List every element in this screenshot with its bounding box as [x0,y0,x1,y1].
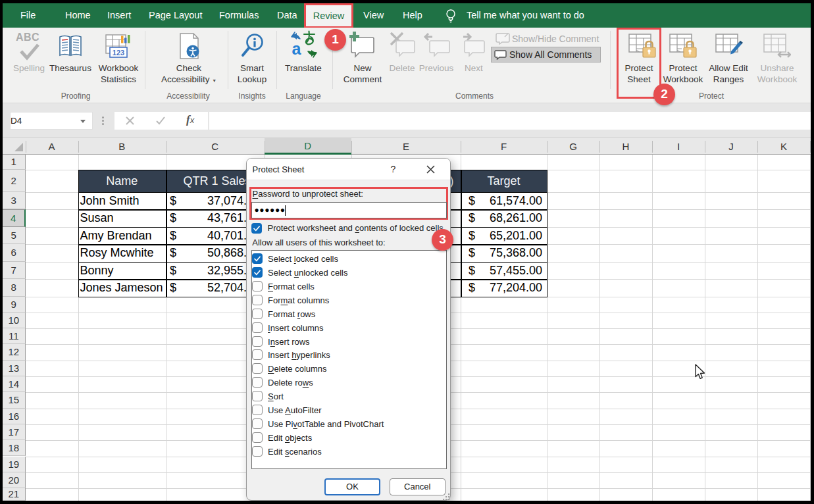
svg-text:123: 123 [113,49,124,57]
svg-text:a: a [292,39,302,58]
